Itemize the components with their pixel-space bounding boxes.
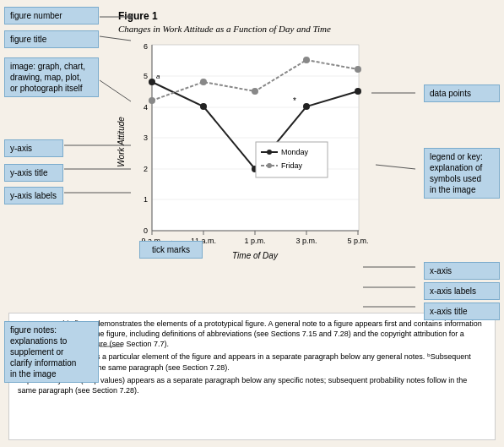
legend-label: legend or key: explanation of symbols us… [424, 148, 500, 199]
friday-point-2 [252, 88, 258, 95]
svg-text:2: 2 [144, 165, 148, 173]
svg-text:Time of Day: Time of Day [232, 251, 279, 260]
figure-content: Figure 1 Changes in Work Attitude as a F… [114, 10, 420, 277]
svg-text:a: a [156, 73, 160, 80]
friday-point-0 [149, 97, 155, 104]
monday-point-0 [149, 79, 155, 85]
svg-text:3: 3 [144, 134, 148, 142]
svg-text:1 p.m.: 1 p.m. [244, 237, 265, 245]
friday-point-3 [303, 57, 310, 63]
y-axis-labels-label: y-axis labels [4, 187, 63, 204]
svg-text:5: 5 [144, 72, 148, 80]
svg-text:Friday: Friday [281, 161, 303, 170]
x-axis-title-label: x-axis title [424, 303, 500, 320]
svg-text:0: 0 [144, 226, 148, 235]
monday-point-1 [200, 103, 207, 110]
tick-marks-label: tick marks [139, 241, 203, 259]
y-axis-label: y-axis [4, 139, 63, 157]
svg-text:*: * [293, 96, 296, 106]
svg-text:Work Attitude: Work Attitude [117, 117, 126, 167]
svg-text:Monday: Monday [281, 148, 309, 156]
figure-title-label: figure title [4, 30, 99, 48]
figure-title: Changes in Work Attitude as a Function o… [118, 24, 420, 34]
svg-text:4: 4 [144, 103, 148, 112]
figure-number-label: figure number [4, 7, 99, 25]
svg-point-35 [267, 163, 272, 168]
x-axis-label: x-axis [424, 262, 500, 280]
svg-text:6: 6 [144, 42, 148, 51]
svg-text:5 p.m.: 5 p.m. [347, 237, 368, 245]
page: figure number figure title image: graph,… [0, 0, 504, 447]
y-axis-title-label: y-axis title [4, 164, 63, 182]
friday-point-4 [355, 66, 361, 73]
data-points-label: data points [424, 84, 500, 102]
friday-point-1 [200, 79, 207, 85]
monday-point-4 [355, 88, 361, 95]
figure-number: Figure 1 [118, 10, 420, 22]
svg-text:3 p.m.: 3 p.m. [295, 237, 317, 245]
monday-point-3 [303, 103, 310, 110]
svg-point-32 [267, 150, 272, 155]
x-axis-labels-label: x-axis labels [424, 282, 500, 300]
svg-text:1: 1 [144, 195, 148, 204]
image-desc-label: image: graph, chart, drawing, map, plot,… [4, 57, 99, 97]
figure-notes-label: figure notes: explanations to supplement… [4, 321, 99, 383]
